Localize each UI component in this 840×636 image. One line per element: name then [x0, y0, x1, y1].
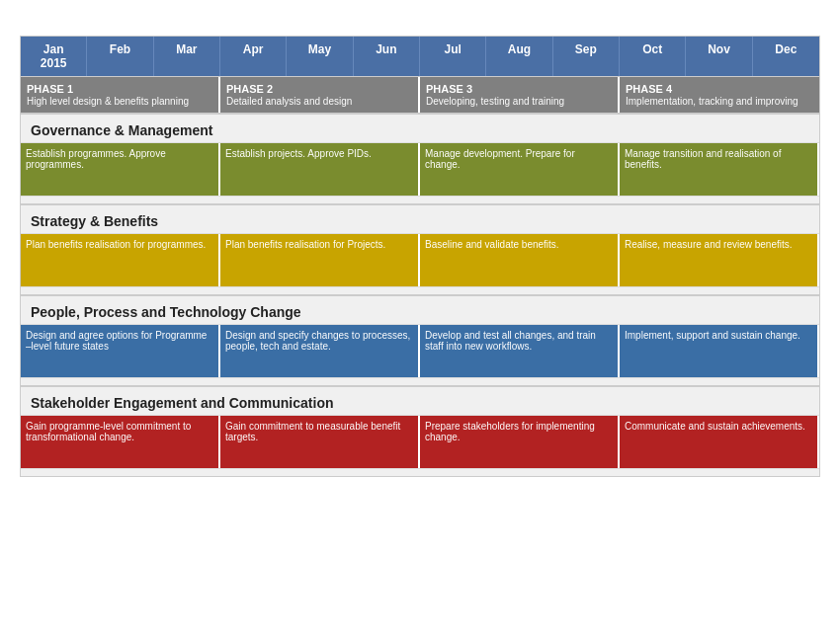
spacer-0	[21, 196, 819, 203]
activity-block-s2-a0: Design and agree options for Programme –…	[21, 325, 220, 377]
phase-subtitle-3: Developing, testing and training	[426, 96, 612, 107]
activity-block-s1-a2: Baseline and validate benefits.	[420, 234, 620, 286]
phase-block-4: PHASE 4Implementation, tracking and impr…	[620, 77, 819, 113]
phase-row: PHASE 1High level design & benefits plan…	[21, 76, 819, 113]
month-header-2: Mar	[154, 37, 220, 76]
activity-block-s0-a1: Establish projects. Approve PIDs.	[220, 143, 420, 196]
activity-row-0: Establish programmes. Approve programmes…	[21, 142, 819, 196]
spacer-1	[21, 286, 819, 294]
activity-block-s0-a2: Manage development. Prepare for change.	[420, 143, 620, 196]
activity-block-s0-a3: Manage transition and realisation of ben…	[620, 143, 819, 196]
phase-subtitle-4: Implementation, tracking and improving	[626, 96, 813, 107]
spacer-2	[21, 377, 819, 385]
activity-block-s3-a1: Gain commitment to measurable benefit ta…	[220, 416, 420, 468]
activity-block-s1-a3: Realise, measure and review benefits.	[620, 234, 819, 286]
month-header-3: Apr	[220, 37, 287, 76]
month-header-10: Nov	[686, 37, 752, 76]
section-title-3: Stakeholder Engagement and Communication	[21, 387, 819, 415]
phase-subtitle-2: Detailed analysis and design	[226, 96, 412, 107]
activity-row-3: Gain programme-level commitment to trans…	[21, 415, 819, 468]
activity-block-s1-a1: Plan benefits realisation for Projects.	[220, 234, 420, 286]
section-header-3: Stakeholder Engagement and Communication	[21, 385, 819, 415]
month-header-7: Aug	[486, 37, 552, 76]
activity-block-s2-a2: Develop and test all changes, and train …	[420, 325, 620, 377]
month-header-0: Jan 2015	[21, 37, 87, 76]
section-header-2: People, Process and Technology Change	[21, 294, 819, 324]
section-title-2: People, Process and Technology Change	[21, 296, 819, 324]
activity-block-s2-a1: Design and specify changes to processes,…	[220, 325, 420, 377]
phase-title-3: PHASE 3	[426, 83, 612, 95]
activity-block-s1-a0: Plan benefits realisation for programmes…	[21, 234, 220, 286]
activity-block-s2-a3: Implement, support and sustain change.	[620, 325, 819, 377]
section-title-0: Governance & Management	[21, 115, 819, 142]
roadmap-container: Jan 2015FebMarAprMayJunJulAugSepOctNovDe…	[20, 36, 820, 477]
phase-subtitle-1: High level design & benefits planning	[27, 96, 212, 107]
phase-block-2: PHASE 2Detailed analysis and design	[220, 77, 420, 113]
month-header-8: Sep	[553, 37, 620, 76]
month-header-6: Jul	[420, 37, 486, 76]
phase-block-1: PHASE 1High level design & benefits plan…	[21, 77, 220, 113]
month-header-9: Oct	[620, 37, 686, 76]
spacer-3	[21, 468, 819, 476]
activity-block-s3-a0: Gain programme-level commitment to trans…	[21, 416, 220, 468]
activity-row-2: Design and agree options for Programme –…	[21, 324, 819, 377]
phase-title-1: PHASE 1	[27, 83, 212, 95]
month-header-11: Dec	[753, 37, 819, 76]
month-header-1: Feb	[87, 37, 153, 76]
section-header-0: Governance & Management	[21, 113, 819, 142]
activity-block-s0-a0: Establish programmes. Approve programmes…	[21, 143, 220, 196]
month-header-4: May	[287, 37, 353, 76]
section-title-1: Strategy & Benefits	[21, 205, 819, 233]
activity-row-1: Plan benefits realisation for programmes…	[21, 233, 819, 286]
activity-block-s3-a2: Prepare stakeholders for implementing ch…	[420, 416, 620, 468]
month-header-row: Jan 2015FebMarAprMayJunJulAugSepOctNovDe…	[21, 37, 819, 76]
activity-block-s3-a3: Communicate and sustain achievements.	[620, 416, 819, 468]
phase-block-3: PHASE 3Developing, testing and training	[420, 77, 620, 113]
month-header-5: Jun	[354, 37, 420, 76]
phase-title-2: PHASE 2	[226, 83, 412, 95]
phase-title-4: PHASE 4	[626, 83, 813, 95]
section-header-1: Strategy & Benefits	[21, 203, 819, 233]
